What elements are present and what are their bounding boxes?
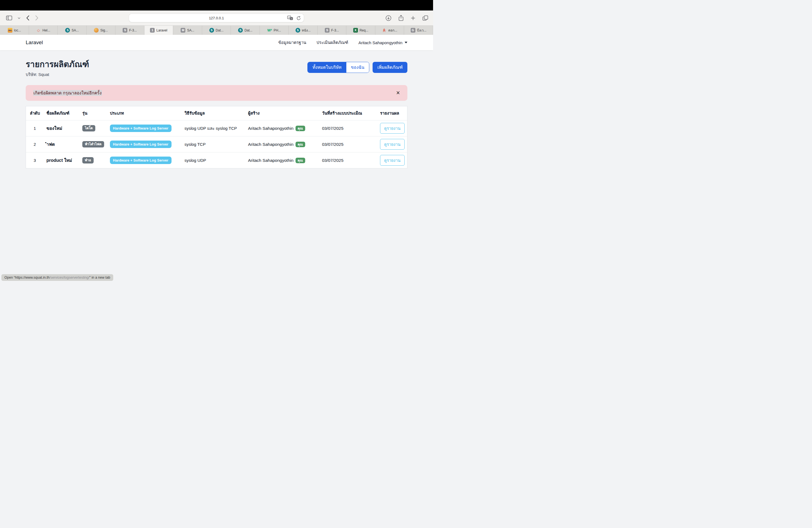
user-menu-button[interactable]: Aritach Sahapongyothin <box>359 40 407 45</box>
browser-tab[interactable]: S SA... <box>58 26 87 35</box>
sidebar-toggle-button[interactable] <box>5 15 13 21</box>
browser-tab[interactable]: S F-3... <box>318 26 347 35</box>
browser-tab[interactable]: 1 Laravel <box>144 26 173 35</box>
translate-button[interactable]: Ax <box>287 15 294 21</box>
browser-tab[interactable]: G บึงเว... <box>404 26 433 35</box>
mine-button[interactable]: ของฉัน <box>346 62 369 73</box>
model-badge: ฟำไดำไฟด <box>82 141 104 147</box>
creator-name: Aritach Sahapongyothin <box>248 126 294 131</box>
svg-text:x: x <box>291 17 292 20</box>
all-company-button[interactable]: ทั้งหมดในบริษัท <box>308 62 346 73</box>
column-header: ลำดับ <box>26 106 44 120</box>
excel-icon: X <box>353 28 358 33</box>
browser-tab[interactable]: Sig... <box>87 26 116 35</box>
tab-label: Req... <box>360 28 368 32</box>
products-table-card: ลำดับ ชื่อผลิตภัณฑ์ รุ่น ประเภท วิธีรับข… <box>26 106 407 168</box>
alert-close-button[interactable]: × <box>396 90 400 96</box>
letter-s-icon: S <box>325 28 330 33</box>
column-header: ชื่อผลิตภัณฑ์ <box>44 106 79 120</box>
browser-tab[interactable]: S Dat... <box>231 26 260 35</box>
add-product-button[interactable]: เพิ่มผลิตภัณฑ์ <box>373 62 407 73</box>
table-row: 1 ของใหม่ ไดไ้ด Hardware + Software Log … <box>26 120 408 136</box>
download-icon <box>386 15 391 21</box>
sidebar-icon <box>6 15 12 20</box>
cell-product-name: product ใหม่ <box>44 152 79 168</box>
tabs-overview-icon <box>423 15 428 21</box>
nav-link[interactable]: ประเมินผลิตภัณฑ์ <box>317 39 348 46</box>
cell-action: ดูรายงาน <box>377 120 408 136</box>
nav-link[interactable]: ข้อมูลมาตรฐาน <box>278 39 306 46</box>
table-header-row: ลำดับ ชื่อผลิตภัณฑ์ รุ่น ประเภท วิธีรับข… <box>26 106 408 120</box>
page-body: รายการผลิตภัณฑ์ บริษัท: Squat ทั้งหมดในบ… <box>0 50 433 282</box>
model-badge: พำอ <box>82 157 93 163</box>
tab-label: Dat... <box>244 28 252 32</box>
reload-icon <box>296 16 301 20</box>
creator-badge: คุณ <box>295 158 305 163</box>
share-button[interactable] <box>398 14 404 21</box>
cell-model: ฟำไดำไฟด <box>79 136 107 152</box>
link-status-bar: Open “https://www.squat.in.th/services/l… <box>1 274 113 281</box>
tab-label: F-3... <box>129 28 137 32</box>
mac-menu-bar <box>0 0 433 11</box>
tab-label: Sig... <box>100 28 108 32</box>
forward-button[interactable] <box>34 15 39 21</box>
cell-date: 03/07/2025 <box>319 152 377 168</box>
cell-date: 03/07/2025 <box>319 120 377 136</box>
app-logo[interactable]: Laravel <box>26 40 43 46</box>
browser-tab[interactable]: M SA... <box>173 26 202 35</box>
filter-segmented-control: ทั้งหมดในบริษัท ของฉัน <box>307 62 369 73</box>
browser-tab[interactable]: S Dat... <box>202 26 231 35</box>
browser-tab[interactable]: PMA loc... <box>0 26 29 35</box>
sidebar-dropdown-button[interactable] <box>17 17 21 19</box>
error-message: เกิดข้อผิดพลาด กรุณาลองใหม่อีกครั้ง <box>33 89 102 97</box>
status-link-path: /services/logservertesting/ <box>49 276 89 279</box>
column-header: รายงานผล <box>377 106 408 120</box>
table-row: 3 product ใหม่ พำอ Hardware + Software L… <box>26 152 408 168</box>
browser-tab[interactable]: ≪ ดอก... <box>375 26 404 35</box>
back-icon <box>26 15 30 21</box>
tab-label: F-3... <box>331 28 339 32</box>
cell-type: Hardware + Software Log Server <box>107 152 182 168</box>
browser-tab[interactable]: W³ PH... <box>260 26 289 35</box>
address-bar[interactable]: 127.0.0.1 Ax <box>129 14 304 22</box>
svg-text:A: A <box>288 16 290 19</box>
tab-overview-button[interactable] <box>422 15 429 21</box>
column-header: วิธีรับข้อมูล <box>182 106 245 120</box>
cell-creator: Aritach Sahapongyothin คุณ <box>245 152 319 168</box>
letter-g-icon: G <box>411 28 416 33</box>
type-badge: Hardware + Software Log Server <box>110 141 172 148</box>
browser-tab[interactable]: S หนัง... <box>289 26 318 35</box>
tab-label: SA... <box>187 28 194 32</box>
cell-action: ดูรายงาน <box>377 152 408 168</box>
browser-tab[interactable]: ◇ Hel... <box>29 26 58 35</box>
cell-model: ไดไ้ด <box>79 120 107 136</box>
sharepoint-icon: S <box>238 28 243 33</box>
new-tab-button[interactable] <box>410 15 416 21</box>
phpmyadmin-icon: PMA <box>8 28 12 33</box>
view-report-button[interactable]: ดูรายงาน <box>380 123 405 134</box>
downloads-button[interactable] <box>385 15 392 21</box>
share-icon <box>398 15 404 21</box>
sharepoint-icon: S <box>65 28 70 33</box>
tab-strip: PMA loc... ◇ Hel... S SA... Sig... S F-3… <box>0 25 433 35</box>
browser-tab[interactable]: X Req... <box>346 26 375 35</box>
view-report-button[interactable]: ดูรายงาน <box>380 139 405 150</box>
letter-m-icon: M <box>180 28 185 33</box>
browser-tab[interactable]: S F-3... <box>115 26 144 35</box>
creator-badge: คุณ <box>295 142 305 147</box>
creator-name: Aritach Sahapongyothin <box>248 158 294 163</box>
column-header: ประเภท <box>107 106 182 120</box>
reload-button[interactable] <box>296 15 301 21</box>
letter-s-icon: S <box>122 28 127 33</box>
laravel-icon: ◇ <box>36 28 41 33</box>
sharepoint-icon: S <box>295 28 300 33</box>
cell-index: 2 <box>26 136 44 152</box>
forward-icon <box>35 15 39 21</box>
type-badge: Hardware + Software Log Server <box>110 124 172 132</box>
cell-method: syslog UDP <box>182 152 245 168</box>
back-button[interactable] <box>25 15 30 21</box>
view-report-button[interactable]: ดูรายงาน <box>380 155 405 166</box>
creator-name: Aritach Sahapongyothin <box>248 142 294 147</box>
app-nav: ข้อมูลมาตรฐาน ประเมินผลิตภัณฑ์ Aritach S… <box>278 39 407 46</box>
cell-model: พำอ <box>79 152 107 168</box>
